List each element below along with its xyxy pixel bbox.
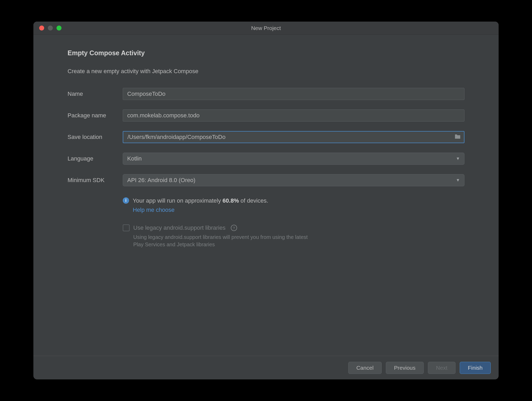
legacy-checkbox-label: Use legacy android.support libraries [133, 224, 226, 231]
minimum-sdk-row: Minimum SDK API 26: Android 8.0 (Oreo) ▼ [68, 174, 464, 186]
next-button: Next [428, 362, 456, 374]
language-label: Language [68, 155, 123, 162]
cancel-button[interactable]: Cancel [348, 362, 382, 374]
legacy-section: Use legacy android.support libraries ? U… [123, 224, 464, 248]
package-name-label: Package name [68, 112, 123, 119]
minimum-sdk-value: API 26: Android 8.0 (Oreo) [127, 177, 195, 184]
close-window-button[interactable] [39, 26, 44, 31]
legacy-checkbox[interactable] [123, 224, 130, 231]
minimum-sdk-label: Minimum SDK [68, 177, 123, 184]
package-name-row: Package name [68, 109, 464, 122]
dialog-footer: Cancel Previous Next Finish [33, 356, 499, 379]
new-project-dialog: New Project Empty Compose Activity Creat… [33, 22, 499, 379]
chevron-down-icon: ▼ [456, 156, 460, 161]
package-name-input[interactable] [123, 109, 464, 122]
window-title: New Project [251, 25, 281, 31]
dialog-content: Empty Compose Activity Create a new empt… [33, 35, 499, 356]
save-location-row: Save location [68, 131, 464, 143]
minimum-sdk-dropdown[interactable]: API 26: Android 8.0 (Oreo) ▼ [123, 174, 464, 186]
language-dropdown[interactable]: Kotlin ▼ [123, 153, 464, 165]
name-label: Name [68, 91, 123, 97]
name-row: Name [68, 88, 464, 100]
window-controls [33, 26, 62, 31]
minimize-window-button[interactable] [48, 26, 53, 31]
browse-folder-icon[interactable] [454, 134, 461, 140]
legacy-description: Using legacy android.support libraries w… [133, 233, 312, 248]
maximize-window-button[interactable] [57, 26, 62, 31]
save-location-input[interactable] [123, 131, 464, 143]
save-location-label: Save location [68, 134, 123, 141]
help-me-choose-link[interactable]: Help me choose [133, 207, 175, 213]
previous-button[interactable]: Previous [386, 362, 424, 374]
chevron-down-icon: ▼ [456, 178, 460, 183]
language-value: Kotlin [127, 155, 142, 162]
language-row: Language Kotlin ▼ [68, 153, 464, 165]
finish-button[interactable]: Finish [460, 362, 491, 374]
device-info-section: i Your app will run on approximately 60.… [123, 196, 464, 213]
page-subtitle: Create a new empty activity with Jetpack… [68, 68, 464, 75]
help-icon[interactable]: ? [231, 225, 237, 231]
device-coverage-text: Your app will run on approximately 60.8%… [133, 196, 268, 205]
titlebar: New Project [33, 22, 499, 35]
info-icon: i [123, 197, 129, 204]
page-heading: Empty Compose Activity [68, 49, 464, 57]
name-input[interactable] [123, 88, 464, 100]
